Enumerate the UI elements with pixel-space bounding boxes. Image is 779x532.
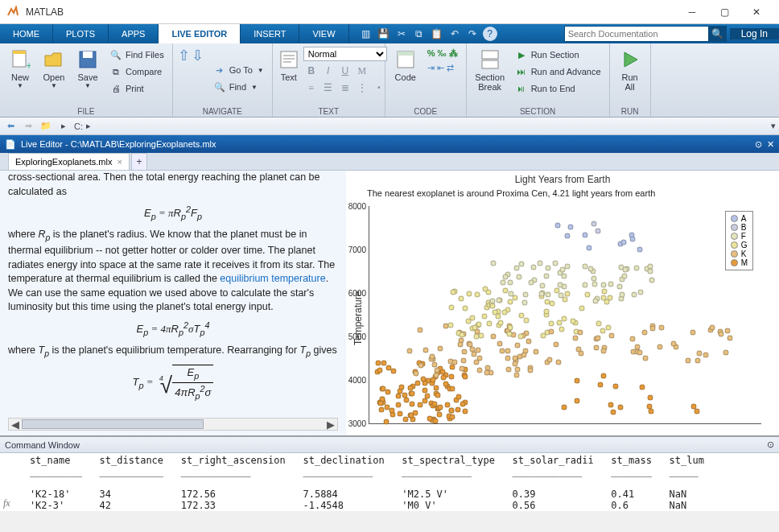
tab-insert[interactable]: INSERT — [241, 24, 299, 43]
goto-icon: ➔ — [213, 64, 226, 76]
svg-rect-10 — [398, 52, 414, 56]
indent-icon[interactable]: ⇥ ⇤ ⇄ — [424, 61, 461, 75]
svg-rect-11 — [482, 51, 498, 59]
equation-2: Ep = 4πRp2σTp4 — [8, 320, 338, 339]
open-button[interactable]: Open▼ — [37, 45, 71, 93]
chart-xlabel: Light Years from Earth — [351, 174, 774, 185]
copy-icon[interactable]: ⧉ — [412, 27, 427, 41]
group-navigate: ⇧ ⇩ ➔Go To▼ 🔍Find▼ NAVIGATE — [173, 43, 273, 117]
help-icon[interactable]: ? — [483, 27, 497, 41]
text-style-select[interactable]: Normal — [303, 47, 387, 61]
redo-icon[interactable]: ↷ — [465, 27, 480, 41]
paste-icon[interactable]: 📋 — [430, 27, 444, 41]
print-button[interactable]: 🖨Print — [106, 80, 167, 97]
svg-marker-13 — [624, 52, 637, 67]
tab-apps[interactable]: APPS — [109, 24, 159, 43]
command-window: Command Window ⊙ st_name st_distance st_… — [0, 436, 779, 511]
tab-live-editor[interactable]: LIVE EDITOR — [159, 24, 241, 43]
save-icon[interactable]: 💾 — [377, 27, 391, 41]
document-tabs: ExploringExoplanets.mlx × + — [0, 153, 779, 171]
goto-button[interactable]: ➔Go To▼ — [210, 62, 267, 78]
hscrollbar[interactable]: ◀▶ — [8, 418, 338, 431]
fx-icon[interactable]: fx — [3, 497, 10, 509]
find-files-button[interactable]: 🔍Find Files — [106, 47, 167, 63]
align-center-icon[interactable]: ☰ — [320, 80, 336, 95]
find-files-icon: 🔍 — [109, 48, 122, 61]
find-button[interactable]: 🔍Find▼ — [210, 79, 267, 95]
path-text[interactable]: C: — [74, 122, 83, 131]
italic-button[interactable]: I — [320, 64, 336, 78]
qat-icon[interactable]: ▥ — [359, 27, 373, 41]
undo-icon[interactable]: ↶ — [447, 27, 462, 41]
group-code: Code % ‰ ⁂ ⇥ ⇤ ⇄ CODE — [385, 43, 467, 117]
section-break-button[interactable]: Section Break — [470, 45, 510, 95]
maximize-button[interactable]: ▢ — [708, 1, 740, 23]
tab-home[interactable]: HOME — [0, 24, 53, 43]
prose-text: cross-sectional area. Then the total ene… — [8, 171, 320, 197]
doc-search: 🔍 Log In — [564, 24, 779, 43]
new-button[interactable]: ＋New▼ — [3, 45, 37, 93]
align-left-icon[interactable]: ≡ — [303, 80, 319, 95]
login-button[interactable]: Log In — [730, 28, 779, 39]
doc-tab[interactable]: ExploringExoplanets.mlx × — [8, 153, 130, 170]
run-end-button[interactable]: ⏯Run to End — [512, 80, 604, 97]
close-button[interactable]: ✕ — [740, 1, 773, 23]
run-section-icon: ▶ — [515, 48, 528, 61]
address-bar: ⬅ ➡ 📁 ▸ C: ▸ ▾ — [0, 118, 779, 135]
minimize-button[interactable]: ─ — [676, 1, 708, 23]
up-arrow-icon[interactable]: ⇧ — [178, 47, 190, 64]
doc-tab-add[interactable]: + — [131, 153, 147, 170]
section-break-icon — [479, 48, 501, 71]
output-pane: Light Years from Earth The nearest exopl… — [346, 171, 779, 435]
run-all-button[interactable]: Run All — [613, 45, 647, 95]
output-text: The nearest exoplanet is around Proxima … — [367, 188, 774, 198]
scatter-plot[interactable]: 300040005000600070008000 ABFGKM — [369, 206, 761, 424]
run-advance-icon: ⏭ — [515, 65, 528, 78]
comment-icon[interactable]: % ‰ ⁂ — [424, 47, 461, 60]
group-run: Run All RUN — [610, 43, 651, 117]
code-button[interactable]: Code — [389, 45, 422, 85]
align-right-icon[interactable]: ≣ — [337, 80, 353, 95]
bold-button[interactable]: B — [303, 64, 319, 78]
svg-text:＋: ＋ — [24, 60, 31, 70]
down-arrow-icon[interactable]: ⇩ — [192, 47, 204, 64]
path-dropdown[interactable]: ▾ — [771, 121, 776, 131]
underline-button[interactable]: U — [337, 64, 353, 78]
svg-rect-1 — [13, 51, 26, 54]
save-button[interactable]: Save▼ — [71, 45, 105, 93]
command-window-title: Command Window — [5, 440, 80, 450]
equilibrium-link[interactable]: equilibrium temperature — [220, 273, 325, 284]
window-title: MATLAB — [26, 6, 676, 18]
matlab-logo-icon — [6, 6, 19, 19]
list-bul-icon[interactable]: • — [371, 80, 387, 95]
run-section-button[interactable]: ▶Run Section — [512, 47, 604, 63]
up-folder-button[interactable]: 📁 — [39, 119, 53, 134]
doc-close-icon[interactable]: ✕ — [767, 139, 774, 150]
equation-1: Ep = πRp2Fp — [8, 204, 338, 223]
search-input[interactable] — [564, 26, 709, 42]
search-button[interactable]: 🔍 — [709, 26, 727, 42]
quick-access-toolbar: ▥ 💾 ✂ ⧉ 📋 ↶ ↷ ? — [354, 24, 502, 43]
doc-tab-close[interactable]: × — [117, 157, 122, 167]
find-icon: 🔍 — [213, 80, 226, 93]
ribbon-tabstrip: HOME PLOTS APPS LIVE EDITOR INSERT VIEW … — [0, 24, 779, 43]
list-num-icon[interactable]: ⋮ — [354, 80, 370, 95]
tab-plots[interactable]: PLOTS — [53, 24, 109, 43]
command-window-header[interactable]: Command Window ⊙ — [0, 437, 779, 453]
doc-tab-label: ExploringExoplanets.mlx — [15, 157, 112, 167]
prose-pane[interactable]: cross-sectional area. Then the total ene… — [0, 171, 346, 435]
fwd-button[interactable]: ➡ — [21, 119, 35, 134]
run-advance-button[interactable]: ⏭Run and Advance — [512, 64, 604, 80]
cmd-dropdown-icon[interactable]: ⊙ — [767, 439, 774, 450]
back-button[interactable]: ⬅ — [3, 119, 18, 134]
ribbon: ＋New▼ Open▼ Save▼ 🔍Find Files ⧉Compare 🖨… — [0, 43, 779, 118]
mono-button[interactable]: M — [354, 64, 370, 78]
window-titlebar: MATLAB ─ ▢ ✕ — [0, 0, 779, 24]
command-window-body[interactable]: st_name st_distance st_right_ascension s… — [0, 453, 779, 511]
tab-view[interactable]: VIEW — [299, 24, 348, 43]
compare-button[interactable]: ⧉Compare — [106, 64, 167, 80]
doc-dropdown-icon[interactable]: ⊙ — [755, 139, 762, 150]
cut-icon[interactable]: ✂ — [394, 27, 409, 41]
text-button[interactable]: Text — [276, 45, 302, 85]
history-button[interactable]: ▸ — [56, 119, 71, 134]
